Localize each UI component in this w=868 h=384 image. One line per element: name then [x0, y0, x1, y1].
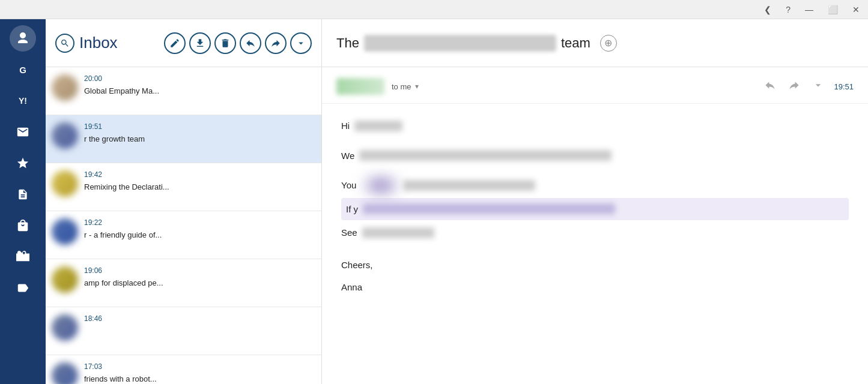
back-button[interactable]: ❮	[760, 4, 775, 16]
body-ify: If y	[346, 202, 358, 217]
detail-title: The team ⊕	[336, 35, 617, 52]
email-content-6: 18:46	[84, 314, 315, 325]
email-list: 20:00 Global Empathy Ma... 19:51 r the g…	[46, 67, 321, 384]
inbox-label: Inbox	[79, 34, 118, 52]
add-tab-button[interactable]: ⊕	[600, 35, 617, 52]
title-bar: ❮ ? — ⬜ ✕	[0, 0, 868, 19]
email-detail-panel: The team ⊕ to me ▾	[322, 19, 868, 384]
body-we: We	[341, 148, 354, 164]
maximize-button[interactable]: ⬜	[824, 4, 842, 16]
nav-account[interactable]	[10, 25, 36, 52]
toolbar-actions	[164, 32, 312, 54]
avatar-5	[52, 266, 78, 293]
compose-button[interactable]	[164, 32, 186, 54]
email-item-6[interactable]: 18:46	[46, 307, 321, 355]
email-item-7[interactable]: 17:03 friends with a robot...	[46, 355, 321, 384]
email-subject-4: r - a friendly guide of...	[84, 230, 162, 239]
body-line-5: See	[341, 225, 849, 241]
email-subject-3: Remixing the Declarati...	[84, 182, 169, 191]
nav-tag[interactable]	[10, 275, 36, 301]
detail-header: The team ⊕	[322, 19, 868, 67]
highlighted-line: If y	[341, 198, 849, 221]
sidebar-nav: G Y!	[0, 19, 46, 384]
avatar-1	[52, 74, 78, 101]
nav-work[interactable]	[10, 244, 36, 270]
more-actions-icon[interactable]	[810, 77, 827, 96]
signature-text: Anna	[341, 280, 362, 295]
toolbar: Inbox	[46, 19, 321, 67]
body-line-3: You	[341, 178, 849, 193]
email-subject-7: friends with a robot...	[84, 374, 157, 383]
nav-starred[interactable]	[10, 150, 36, 176]
email-item-1[interactable]: 20:00 Global Empathy Ma...	[46, 67, 321, 115]
email-time-5: 19:06	[84, 266, 102, 275]
body-you: You	[341, 178, 356, 193]
email-content-7: 17:03 friends with a robot...	[84, 362, 315, 384]
title-suffix: team	[561, 35, 590, 51]
body-line-2: We	[341, 148, 849, 164]
body-see: See	[341, 225, 357, 241]
avatar-3	[52, 170, 78, 197]
email-content-1: 20:00 Global Empathy Ma...	[84, 74, 315, 96]
download-button[interactable]	[189, 32, 211, 54]
message-header: to me ▾	[322, 67, 868, 104]
body-line4-blur	[363, 203, 615, 214]
body-signature: Anna	[341, 280, 849, 295]
email-viewer: to me ▾	[322, 67, 868, 384]
body-highlight-blob	[366, 179, 396, 192]
email-item-2[interactable]: 19:51 r the growth team	[46, 115, 321, 163]
email-item-3[interactable]: 19:42 Remixing the Declarati...	[46, 163, 321, 211]
email-subject-5: amp for displaced pe...	[84, 278, 163, 287]
delete-button[interactable]	[214, 32, 236, 54]
nav-yahoo[interactable]: Y!	[10, 88, 36, 114]
nav-bag[interactable]	[10, 212, 36, 239]
email-time-3: 19:42	[84, 170, 102, 179]
email-subject-2: r the growth team	[84, 134, 145, 143]
title-blurred	[364, 35, 556, 52]
message-actions: 19:51	[762, 77, 854, 96]
nav-notes[interactable]	[10, 181, 36, 208]
email-time-7: 17:03	[84, 362, 102, 371]
sender-info: to me ▾	[392, 82, 419, 91]
reply-icon[interactable]	[762, 77, 778, 96]
minimize-button[interactable]: —	[801, 4, 817, 16]
more-button[interactable]	[290, 32, 312, 54]
forward-button[interactable]	[265, 32, 287, 54]
email-time-2: 19:51	[84, 122, 102, 131]
message-time: 19:51	[834, 82, 854, 91]
email-time-6: 18:46	[84, 314, 102, 323]
add-icon: ⊕	[604, 37, 612, 49]
sender-to-label: to me	[392, 82, 411, 91]
search-box[interactable]: Inbox	[55, 34, 118, 53]
email-content-2: 19:51 r the growth team	[84, 122, 315, 144]
nav-google[interactable]: G	[10, 56, 36, 83]
app-container: G Y!	[0, 19, 868, 384]
avatar-7	[52, 362, 78, 384]
email-item-4[interactable]: 19:22 r - a friendly guide of...	[46, 211, 321, 259]
search-icon	[55, 34, 74, 53]
email-body: Hi We You	[322, 104, 868, 314]
email-item-5[interactable]: 19:06 amp for displaced pe...	[46, 259, 321, 307]
body-line5-blur	[362, 227, 434, 238]
email-content-3: 19:42 Remixing the Declarati...	[84, 170, 315, 192]
body-cheers: Cheers,	[341, 257, 849, 273]
body-line-1: Hi	[341, 118, 849, 134]
sender-avatar	[336, 78, 384, 95]
forward-icon[interactable]	[786, 77, 803, 96]
email-list-panel: Inbox	[46, 19, 322, 384]
chevron-down-icon[interactable]: ▾	[415, 82, 419, 91]
help-button[interactable]: ?	[782, 4, 794, 16]
body-line3-blur	[403, 180, 535, 191]
nav-inbox[interactable]	[10, 119, 36, 145]
email-time-1: 20:00	[84, 74, 102, 83]
reply-button[interactable]	[240, 32, 261, 54]
email-content-5: 19:06 amp for displaced pe...	[84, 266, 315, 288]
email-subject-1: Global Empathy Ma...	[84, 86, 159, 95]
body-hi: Hi	[341, 118, 350, 134]
close-button[interactable]: ✕	[849, 4, 863, 16]
body-line2-blur	[359, 150, 612, 161]
title-prefix: The	[336, 35, 359, 51]
email-time-4: 19:22	[84, 218, 102, 227]
cheers-text: Cheers,	[341, 257, 373, 273]
avatar-6	[52, 314, 78, 341]
